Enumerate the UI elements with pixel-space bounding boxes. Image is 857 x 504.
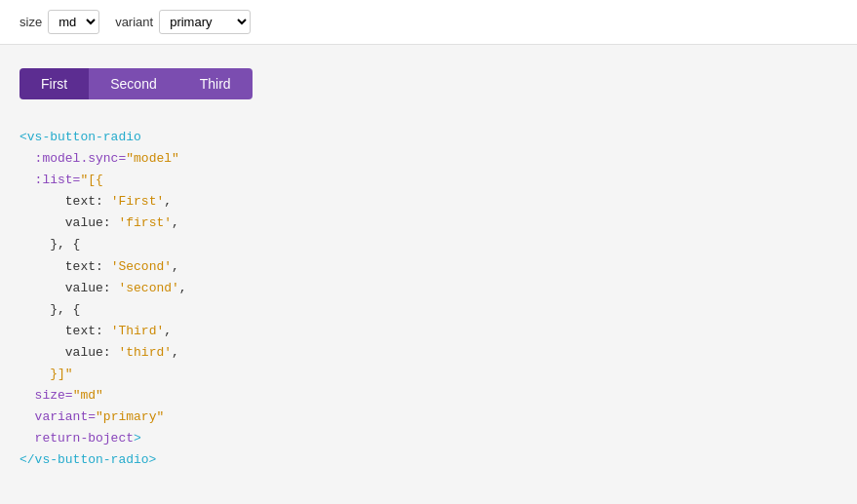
variant-control: variant primary secondary danger	[115, 10, 251, 34]
code-attr-model: :model.sync="model"	[19, 148, 838, 170]
size-select[interactable]: md sm lg	[48, 10, 99, 34]
radio-btn-second[interactable]: Second	[89, 68, 177, 99]
code-block: <vs-button-radio :model.sync="model" :li…	[19, 127, 838, 472]
radio-btn-first[interactable]: First	[19, 68, 89, 99]
code-value3: value: 'third',	[19, 342, 838, 364]
code-tag-open: <vs-button-radio	[19, 127, 838, 148]
main-content: First Second Third <vs-button-radio :mod…	[0, 45, 857, 503]
code-close2: }, {	[19, 299, 838, 321]
code-attr-variant: variant="primary"	[19, 407, 838, 428]
code-text2: text: 'Second',	[19, 256, 838, 278]
code-attr-size: size="md"	[19, 385, 838, 407]
size-label: size	[19, 15, 42, 29]
code-attr-return: return-boject>	[19, 428, 838, 449]
code-close1: }, {	[19, 234, 838, 255]
code-value1: value: 'first',	[19, 213, 838, 234]
button-radio-group: First Second Third	[19, 68, 838, 99]
code-attr-list: :list="[{	[19, 170, 838, 191]
variant-select[interactable]: primary secondary danger	[159, 10, 251, 34]
code-text3: text: 'Third',	[19, 321, 838, 342]
top-bar: size md sm lg variant primary secondary …	[0, 0, 857, 45]
code-value2: value: 'second',	[19, 278, 838, 299]
code-close3: }]"	[19, 364, 838, 385]
code-text1: text: 'First',	[19, 191, 838, 213]
code-tag-close: </vs-button-radio>	[19, 449, 838, 471]
size-control: size md sm lg	[19, 10, 99, 34]
variant-label: variant	[115, 15, 153, 29]
radio-btn-third[interactable]: Third	[178, 68, 253, 99]
